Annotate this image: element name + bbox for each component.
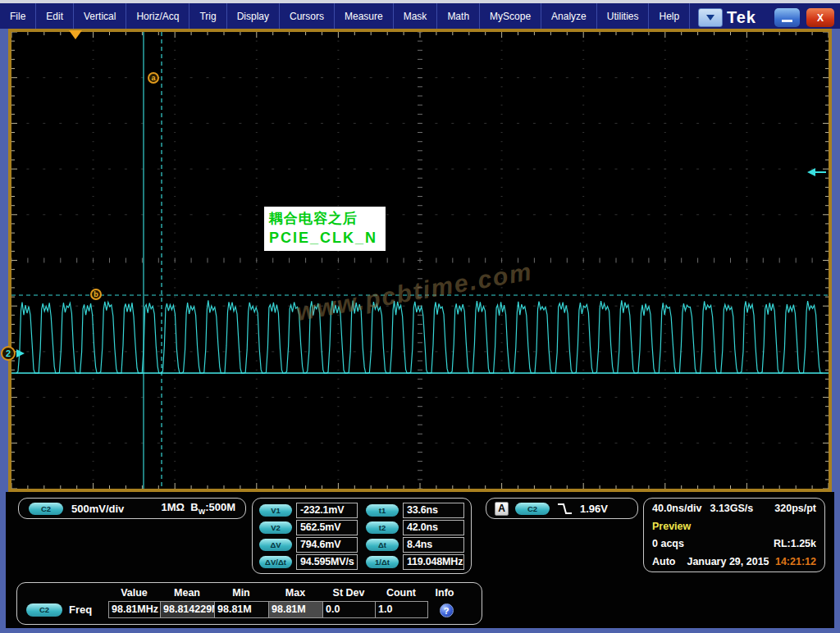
- measurement-max: 98.81M: [268, 601, 323, 618]
- measurement-table-row: C2 Freq 98.81MHz 98.814229M 98.81M 98.81…: [23, 600, 476, 619]
- date-display: January 29, 2015: [687, 556, 769, 567]
- menu-display[interactable]: Display: [227, 3, 280, 29]
- menu-myscope[interactable]: MyScope: [480, 3, 541, 29]
- header-max: Max: [268, 585, 322, 600]
- trigger-panel: A C2 1.96V: [486, 498, 638, 519]
- menu-measure[interactable]: Measure: [335, 3, 394, 29]
- time-display: 14:21:12: [775, 556, 816, 567]
- header-count: Count: [375, 585, 427, 600]
- menu-dropdown-button[interactable]: [698, 8, 723, 27]
- delta-v-value: 794.6mV: [296, 537, 358, 553]
- cursor-a-handle[interactable]: a: [148, 72, 159, 84]
- menu-math[interactable]: Math: [437, 3, 480, 29]
- measurement-table-panel: Value Mean Min Max St Dev Count Info C2 …: [16, 582, 482, 625]
- menu-bar: File Edit Vertical Horiz/Acq Trig Displa…: [0, 0, 840, 29]
- menu-cursors[interactable]: Cursors: [280, 3, 335, 29]
- falling-edge-icon: [556, 502, 573, 516]
- chevron-down-icon: [706, 15, 714, 20]
- close-button[interactable]: X: [806, 8, 834, 27]
- trigger-source-badge[interactable]: C2: [515, 503, 550, 515]
- menu-utilities[interactable]: Utilities: [597, 3, 650, 29]
- t1-value: 33.6ns: [403, 503, 464, 518]
- resolution-value: 320ps/pt: [774, 503, 816, 514]
- channel-2-badge[interactable]: C2: [29, 503, 63, 515]
- acquisition-count: 0 acqs: [652, 538, 684, 549]
- channel-settings-panel: C2 500mV/div 1MΩ BW:500M: [18, 498, 246, 519]
- channel-2-position-marker[interactable]: 2: [1, 346, 16, 361]
- measurement-name: Freq: [69, 603, 92, 616]
- minimize-icon: [782, 20, 792, 22]
- menu-file[interactable]: File: [0, 3, 36, 29]
- trigger-level-value: 1.96V: [580, 503, 608, 515]
- minimize-button[interactable]: [774, 8, 800, 27]
- trigger-mode: Auto: [652, 556, 675, 567]
- slew-rate-value: 94.595MV/s: [296, 554, 358, 570]
- cursor-readout-panel: V1 -232.1mV t1 33.6ns V2 562.5mV t2 42.0…: [252, 498, 472, 574]
- sample-rate-value: 3.13GS/s: [710, 503, 753, 514]
- info-icon[interactable]: ?: [440, 603, 454, 617]
- trigger-a-badge[interactable]: A: [495, 502, 509, 516]
- measurement-value: 98.81MHz: [108, 601, 161, 618]
- measurement-stdev: 0.0: [322, 601, 376, 618]
- preview-status: Preview: [652, 521, 691, 532]
- graticule-and-trace: [11, 32, 829, 489]
- timebase-value: 40.0ns/div: [652, 503, 701, 514]
- horizontal-acquisition-panel: 40.0ns/div 3.13GS/s 320ps/pt Preview 0 a…: [643, 498, 825, 572]
- menu-mask[interactable]: Mask: [394, 3, 438, 29]
- menu-analyze[interactable]: Analyze: [541, 3, 597, 29]
- inverse-delta-t-value: 119.048MHz: [403, 554, 464, 570]
- record-length: RL:1.25k: [774, 538, 816, 549]
- measurement-min: 98.81M: [214, 601, 269, 618]
- channel-2-arrow-icon: [16, 349, 25, 357]
- measurement-mean: 98.814229M: [160, 601, 215, 618]
- measurement-count: 1.0: [375, 601, 428, 618]
- annotation-label: 耦合电容之后 PCIE_CLK_N: [264, 207, 386, 251]
- menu-horiz-acq[interactable]: Horiz/Acq: [126, 3, 189, 29]
- scope-app-window: File Edit Vertical Horiz/Acq Trig Displa…: [0, 0, 840, 633]
- cursor-b-handle[interactable]: b: [90, 289, 102, 300]
- trigger-level-arrow-tail: [815, 171, 826, 173]
- header-mean: Mean: [160, 585, 214, 600]
- measurement-table-header: Value Mean Min Max St Dev Count Info: [23, 585, 476, 600]
- channel-coupling-bandwidth: 1MΩ BW:500M: [162, 501, 235, 516]
- tek-logo: Tek: [727, 8, 756, 27]
- trigger-level-arrow-icon: [807, 168, 815, 176]
- v2-value: 562.5mV: [296, 520, 358, 535]
- v1-badge[interactable]: V1: [259, 504, 292, 517]
- header-value: Value: [108, 585, 160, 600]
- menu-vertical[interactable]: Vertical: [74, 3, 126, 29]
- v2-badge[interactable]: V2: [259, 521, 292, 534]
- measurement-source-badge[interactable]: C2: [26, 603, 62, 617]
- delta-t-badge[interactable]: Δt: [366, 539, 399, 551]
- trigger-level-marker[interactable]: [807, 168, 826, 176]
- annotation-line1: 耦合电容之后: [269, 209, 377, 228]
- menu-trig[interactable]: Trig: [189, 3, 226, 29]
- header-stdev: St Dev: [322, 585, 375, 600]
- menu-help[interactable]: Help: [649, 3, 690, 29]
- waveform-display: www.pcbtime.com 耦合电容之后 PCIE_CLK_N a b: [8, 29, 832, 492]
- header-info: Info: [427, 585, 462, 600]
- v1-value: -232.1mV: [296, 503, 358, 518]
- slew-rate-badge[interactable]: ΔV/Δt: [259, 556, 292, 568]
- t1-badge[interactable]: t1: [366, 504, 399, 517]
- menu-edit[interactable]: Edit: [36, 3, 74, 29]
- annotation-line2: PCIE_CLK_N: [269, 230, 377, 247]
- t2-badge[interactable]: t2: [366, 521, 399, 534]
- delta-v-badge[interactable]: ΔV: [259, 539, 292, 551]
- t2-value: 42.0ns: [403, 520, 464, 535]
- header-min: Min: [214, 585, 268, 600]
- delta-t-value: 8.4ns: [403, 537, 464, 553]
- inverse-delta-t-badge[interactable]: 1/Δt: [366, 556, 399, 568]
- trigger-position-marker[interactable]: [69, 30, 82, 39]
- channel-scale: 500mV/div: [71, 503, 124, 515]
